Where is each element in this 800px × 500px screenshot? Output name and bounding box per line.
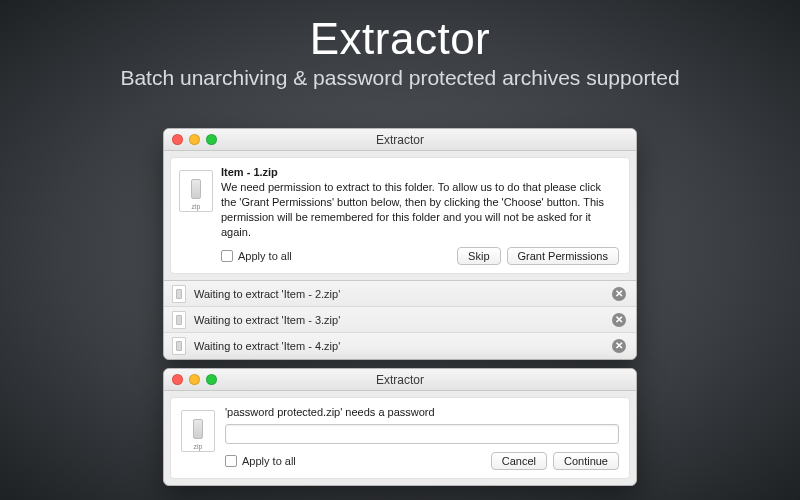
minimize-icon[interactable]	[189, 134, 200, 145]
grant-permissions-button[interactable]: Grant Permissions	[507, 247, 619, 265]
zip-file-icon	[181, 410, 215, 452]
cancel-item-icon[interactable]: ✕	[612, 287, 626, 301]
apply-to-all-checkbox[interactable]	[225, 455, 237, 467]
password-card: 'password protected.zip' needs a passwor…	[170, 397, 630, 479]
password-input[interactable]	[225, 424, 619, 444]
titlebar[interactable]: Extractor	[164, 129, 636, 151]
password-prompt: 'password protected.zip' needs a passwor…	[225, 406, 619, 418]
window-permission: Extractor Item - 1.zip We need permissio…	[163, 128, 637, 360]
apply-to-all-checkbox[interactable]	[221, 250, 233, 262]
traffic-lights	[172, 134, 217, 145]
queue-item-label: Waiting to extract 'Item - 4.zip'	[194, 340, 604, 352]
hero-subtitle: Batch unarchiving & password protected a…	[0, 66, 800, 90]
minimize-icon[interactable]	[189, 374, 200, 385]
hero-title: Extractor	[0, 14, 800, 64]
apply-to-all-row[interactable]: Apply to all	[221, 250, 292, 262]
cancel-item-icon[interactable]: ✕	[612, 313, 626, 327]
queue-item-label: Waiting to extract 'Item - 3.zip'	[194, 314, 604, 326]
window-title: Extractor	[164, 133, 636, 147]
titlebar[interactable]: Extractor	[164, 369, 636, 391]
list-item: Waiting to extract 'Item - 3.zip' ✕	[164, 307, 636, 333]
window-title: Extractor	[164, 373, 636, 387]
apply-to-all-row[interactable]: Apply to all	[225, 455, 296, 467]
zoom-icon[interactable]	[206, 134, 217, 145]
cancel-button[interactable]: Cancel	[491, 452, 547, 470]
zip-file-icon	[179, 170, 213, 212]
permission-description: We need permission to extract to this fo…	[221, 180, 619, 239]
window-password: Extractor 'password protected.zip' needs…	[163, 368, 637, 486]
zip-file-icon	[172, 311, 186, 329]
queue-item-label: Waiting to extract 'Item - 2.zip'	[194, 288, 604, 300]
skip-button[interactable]: Skip	[457, 247, 500, 265]
apply-to-all-label: Apply to all	[238, 250, 292, 262]
cancel-item-icon[interactable]: ✕	[612, 339, 626, 353]
list-item: Waiting to extract 'Item - 4.zip' ✕	[164, 333, 636, 359]
zip-file-icon	[172, 337, 186, 355]
zoom-icon[interactable]	[206, 374, 217, 385]
apply-to-all-label: Apply to all	[242, 455, 296, 467]
close-icon[interactable]	[172, 374, 183, 385]
item-title: Item - 1.zip	[221, 166, 619, 178]
close-icon[interactable]	[172, 134, 183, 145]
extract-queue: Waiting to extract 'Item - 2.zip' ✕ Wait…	[164, 280, 636, 359]
list-item: Waiting to extract 'Item - 2.zip' ✕	[164, 281, 636, 307]
continue-button[interactable]: Continue	[553, 452, 619, 470]
zip-file-icon	[172, 285, 186, 303]
permission-card: Item - 1.zip We need permission to extra…	[170, 157, 630, 274]
traffic-lights	[172, 374, 217, 385]
hero: Extractor Batch unarchiving & password p…	[0, 0, 800, 90]
